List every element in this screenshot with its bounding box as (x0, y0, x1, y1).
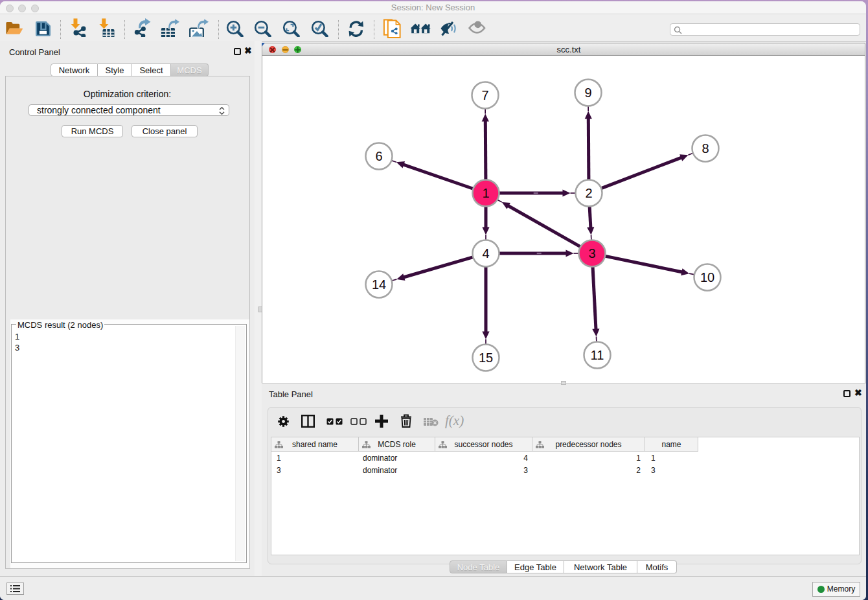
svg-text:14: 14 (372, 277, 386, 292)
svg-text:4: 4 (482, 246, 489, 260)
svg-text:10: 10 (700, 270, 714, 284)
svg-text:15: 15 (479, 351, 493, 365)
svg-text:7: 7 (481, 88, 488, 102)
svg-text:6: 6 (375, 149, 382, 163)
svg-text:9: 9 (584, 86, 591, 100)
svg-text:11: 11 (591, 348, 604, 362)
svg-text:3: 3 (588, 246, 595, 260)
svg-text:8: 8 (702, 141, 709, 156)
svg-text:2: 2 (585, 186, 592, 200)
svg-text:1: 1 (482, 186, 489, 200)
